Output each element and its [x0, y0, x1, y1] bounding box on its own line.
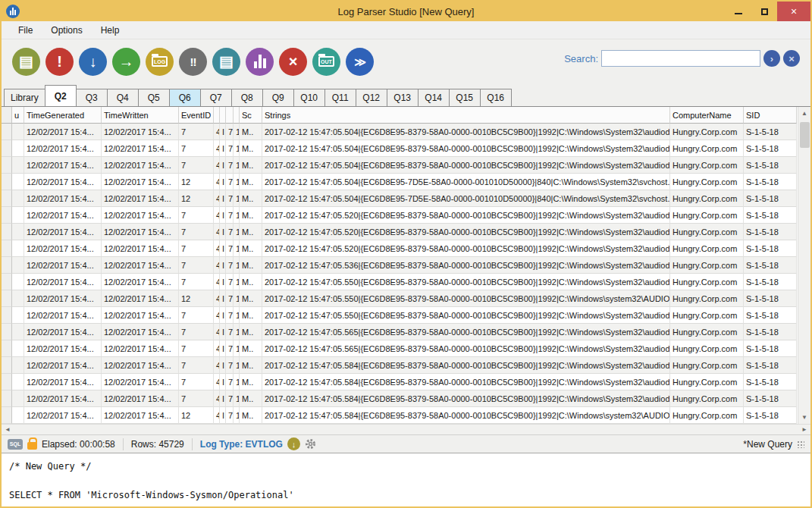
column-header-rowsel[interactable] — [2, 107, 12, 124]
vertical-scroll-thumb[interactable] — [800, 122, 810, 148]
cell-rowsel — [2, 290, 12, 307]
tab-q12[interactable]: Q12 — [356, 89, 387, 106]
menu-item-options[interactable]: Options — [43, 23, 89, 38]
table-row[interactable]: 12/02/2017 15:4...12/02/2017 15:4...74I7… — [2, 257, 798, 274]
cell-n1: 4 — [214, 407, 220, 424]
column-header-n1[interactable] — [214, 107, 220, 124]
search-clear-button[interactable]: × — [783, 50, 800, 67]
query-editor[interactable]: /* New Query */ SELECT * FROM 'Microsoft… — [2, 453, 810, 506]
tab-q15[interactable]: Q15 — [449, 89, 481, 106]
table-row[interactable]: 12/02/2017 15:4...12/02/2017 15:4...74I7… — [2, 140, 798, 157]
column-header-eid[interactable]: EventID — [179, 107, 214, 124]
cell-eventlog — [12, 357, 24, 374]
cell-n2: I — [220, 224, 226, 240]
column-header-eventlog[interactable]: u — [12, 107, 24, 124]
query-document-icon[interactable]: ▤ — [212, 48, 240, 76]
cell-tw: 12/02/2017 15:4... — [102, 240, 179, 257]
cell-eid: 12 — [179, 407, 214, 424]
table-row[interactable]: 12/02/2017 15:4...12/02/2017 15:4...74I7… — [2, 207, 798, 224]
resize-grip[interactable] — [797, 441, 804, 448]
tab-q3[interactable]: Q3 — [76, 89, 108, 106]
new-query-icon[interactable]: ▤ — [12, 48, 40, 76]
lock-icon[interactable] — [27, 442, 37, 450]
cell-comp: Hungry.Corp.com — [670, 274, 744, 290]
table-row[interactable]: 12/02/2017 15:4...12/02/2017 15:4...124I… — [2, 190, 798, 207]
cell-tg: 12/02/2017 15:4... — [24, 140, 102, 157]
tab-q7[interactable]: Q7 — [200, 89, 232, 106]
table-row[interactable]: 12/02/2017 15:4...12/02/2017 15:4...74I7… — [2, 274, 798, 290]
table-row[interactable]: 12/02/2017 15:4...12/02/2017 15:4...74I7… — [2, 324, 798, 340]
cell-comp: Hungry.Corp.com — [670, 307, 744, 324]
column-header-tg[interactable]: TimeGenerated — [24, 107, 102, 124]
gear-icon[interactable] — [305, 438, 316, 450]
close-query-icon[interactable]: × — [279, 48, 307, 76]
app-window: Log Parser Studio [New Query] × FileOpti… — [0, 0, 812, 508]
cell-eid: 7 — [179, 374, 214, 390]
scroll-left-icon[interactable]: ◄ — [5, 426, 11, 433]
cell-sid: S-1-5-18 — [744, 390, 797, 407]
column-header-n4[interactable] — [234, 107, 240, 124]
cell-src: M.. — [240, 407, 262, 424]
results-grid: uTimeGeneratedTimeWrittenEventIDScString… — [2, 106, 810, 424]
run-query-icon[interactable]: → — [112, 48, 140, 76]
tab-library[interactable]: Library — [4, 89, 45, 106]
tab-q5[interactable]: Q5 — [138, 89, 170, 106]
download-icon[interactable]: ↓ — [79, 48, 107, 76]
cell-sid: S-1-5-18 — [744, 340, 797, 357]
cell-rowsel — [2, 257, 12, 274]
table-row[interactable]: 12/02/2017 15:4...12/02/2017 15:4...74I7… — [2, 340, 798, 357]
column-header-comp[interactable]: ComputerName — [670, 107, 744, 124]
tab-q13[interactable]: Q13 — [387, 89, 419, 106]
table-row[interactable]: 12/02/2017 15:4...12/02/2017 15:4...124I… — [2, 407, 798, 424]
cell-src: M.. — [240, 357, 262, 374]
tab-q11[interactable]: Q11 — [324, 89, 356, 106]
tab-q2[interactable]: Q2 — [45, 85, 77, 106]
tab-q10[interactable]: Q10 — [293, 89, 325, 106]
table-row[interactable]: 12/02/2017 15:4...12/02/2017 15:4...74I7… — [2, 224, 798, 240]
menu-item-file[interactable]: File — [11, 23, 40, 38]
cell-n2: I — [220, 207, 226, 224]
search-go-button[interactable]: › — [763, 50, 780, 67]
table-row[interactable]: 12/02/2017 15:4...12/02/2017 15:4...124I… — [2, 174, 798, 190]
log-folder-icon[interactable]: LOG — [146, 48, 174, 76]
column-header-tw[interactable]: TimeWritten — [102, 107, 179, 124]
column-header-n3[interactable] — [226, 107, 234, 124]
log-type-dropdown-icon[interactable]: ↓ — [287, 437, 300, 450]
powershell-export-icon[interactable]: ≫ — [346, 48, 374, 76]
table-row[interactable]: 12/02/2017 15:4...12/02/2017 15:4...74I7… — [2, 357, 798, 374]
cell-n2: I — [220, 324, 226, 340]
menu-item-help[interactable]: Help — [93, 23, 127, 38]
table-row[interactable]: 12/02/2017 15:4...12/02/2017 15:4...124I… — [2, 290, 798, 307]
table-row[interactable]: 12/02/2017 15:4...12/02/2017 15:4...74I7… — [2, 157, 798, 174]
table-row[interactable]: 12/02/2017 15:4...12/02/2017 15:4...74I7… — [2, 374, 798, 390]
tab-q4[interactable]: Q4 — [107, 89, 139, 106]
table-row[interactable]: 12/02/2017 15:4...12/02/2017 15:4...74I7… — [2, 390, 798, 407]
vertical-scrollbar[interactable]: ▲ ▼ — [798, 107, 810, 424]
cell-strings: 2017-02-12 15:47:05.504|{EC6D8E95-8379-5… — [262, 124, 670, 140]
pause-icon[interactable]: !! — [179, 48, 207, 76]
table-row[interactable]: 12/02/2017 15:4...12/02/2017 15:4...74I7… — [2, 124, 798, 140]
tab-q6[interactable]: Q6 — [169, 89, 201, 106]
cell-n1: 4 — [214, 357, 220, 374]
table-row[interactable]: 12/02/2017 15:4...12/02/2017 15:4...74I7… — [2, 307, 798, 324]
tab-q14[interactable]: Q14 — [418, 89, 450, 106]
scroll-up-icon[interactable]: ▲ — [801, 107, 807, 120]
horizontal-scrollbar[interactable]: ◄ ► — [2, 424, 810, 434]
cell-sid: S-1-5-18 — [744, 190, 797, 207]
tab-q16[interactable]: Q16 — [480, 89, 512, 106]
tab-q8[interactable]: Q8 — [231, 89, 263, 106]
table-row[interactable]: 12/02/2017 15:4...12/02/2017 15:4...74I7… — [2, 240, 798, 257]
column-header-n2[interactable] — [220, 107, 226, 124]
scroll-right-icon[interactable]: ► — [801, 426, 807, 433]
chart-icon[interactable] — [246, 48, 274, 76]
toolbar: ▤!↓→LOG!!▤×OUT≫ Search: › × — [2, 39, 810, 83]
tab-q9[interactable]: Q9 — [262, 89, 294, 106]
cell-n2: I — [220, 290, 226, 307]
output-folder-icon[interactable]: OUT — [312, 48, 340, 76]
scroll-down-icon[interactable]: ▼ — [801, 411, 807, 424]
abort-icon[interactable]: ! — [45, 48, 74, 76]
column-header-src[interactable]: Sc — [240, 107, 262, 124]
column-header-strings[interactable]: Strings — [262, 107, 670, 124]
column-header-sid[interactable]: SID — [744, 107, 797, 124]
search-input[interactable] — [601, 50, 760, 67]
